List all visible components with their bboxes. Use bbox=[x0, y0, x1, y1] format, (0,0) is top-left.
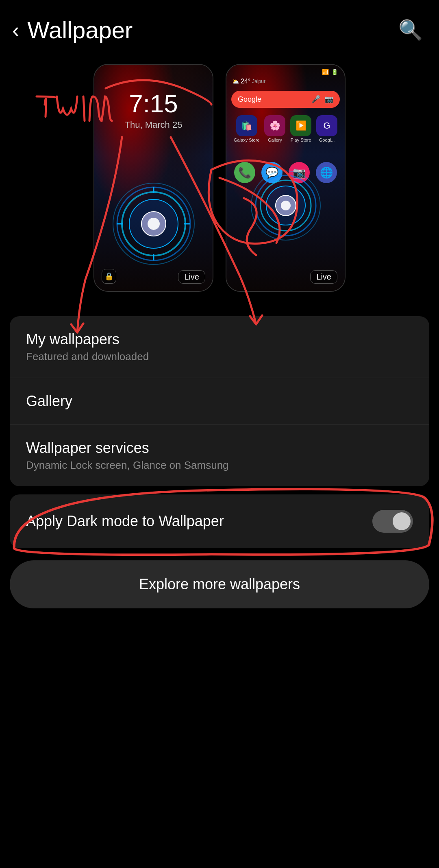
lock-time: 7:15 bbox=[129, 89, 178, 118]
my-wallpapers-title: My wallpapers bbox=[26, 331, 413, 348]
app-gallery[interactable]: 🌸 bbox=[264, 115, 285, 136]
wallpaper-services-title: Wallpaper services bbox=[26, 439, 413, 457]
header: ‹ Wallpaper 🔍 bbox=[0, 0, 439, 56]
toggle-knob bbox=[393, 512, 411, 530]
google-label: Google bbox=[238, 95, 261, 104]
home-app-row: 🛍️ Galaxy Store 🌸 Gallery ▶️ Play Store … bbox=[226, 111, 345, 146]
my-wallpapers-subtitle: Featured and downloaded bbox=[26, 350, 413, 363]
explore-button-label: Explore more wallpapers bbox=[139, 576, 300, 593]
dark-mode-section: Apply Dark mode to Wallpaper bbox=[10, 494, 429, 548]
google-icons: 🎤 📷 bbox=[311, 95, 333, 104]
lock-screen-bg: 7:15 Thu, March 25 bbox=[94, 65, 213, 291]
gallery-title: Gallery bbox=[26, 393, 413, 410]
lock-live-badge: Live bbox=[178, 270, 205, 284]
app-galaxy-store[interactable]: 🛍️ bbox=[236, 115, 257, 136]
home-screen-bg: 📶 🔋 ⛅ 24° Jaipur bbox=[226, 65, 345, 291]
svg-point-5 bbox=[148, 218, 160, 230]
svg-point-15 bbox=[281, 201, 291, 210]
app-google[interactable]: G bbox=[316, 115, 337, 136]
menu-item-my-wallpapers[interactable]: My wallpapers Featured and downloaded bbox=[10, 316, 429, 378]
back-button[interactable]: ‹ bbox=[12, 20, 19, 41]
wallpaper-services-subtitle: Dynamic Lock screen, Glance on Samsung bbox=[26, 459, 413, 472]
dark-mode-toggle[interactable] bbox=[372, 510, 413, 533]
page-title: Wallpaper bbox=[27, 16, 133, 44]
explore-button[interactable]: Explore more wallpapers bbox=[10, 560, 429, 608]
home-screen-preview[interactable]: 📶 🔋 ⛅ 24° Jaipur bbox=[226, 64, 346, 292]
menu-item-wallpaper-services[interactable]: Wallpaper services Dynamic Lock screen, … bbox=[10, 425, 429, 486]
home-status-bar: 📶 🔋 bbox=[226, 65, 345, 75]
dark-mode-label: Apply Dark mode to Wallpaper bbox=[26, 513, 224, 530]
lock-icon: 🔒 bbox=[102, 269, 116, 284]
home-google-bar[interactable]: Google 🎤 📷 bbox=[231, 91, 340, 108]
lock-date: Thu, March 25 bbox=[125, 120, 183, 130]
lock-screen-preview[interactable]: 7:15 Thu, March 25 bbox=[93, 64, 213, 292]
home-weather: ⛅ 24° Jaipur bbox=[226, 75, 345, 87]
menu-item-gallery[interactable]: Gallery bbox=[10, 378, 429, 425]
menu-section: My wallpapers Featured and downloaded Ga… bbox=[10, 316, 429, 486]
preview-area: 7:15 Thu, March 25 bbox=[0, 56, 439, 308]
header-left: ‹ Wallpaper bbox=[12, 16, 133, 44]
search-icon[interactable]: 🔍 bbox=[398, 19, 423, 42]
app-play-store[interactable]: ▶️ bbox=[290, 115, 311, 136]
